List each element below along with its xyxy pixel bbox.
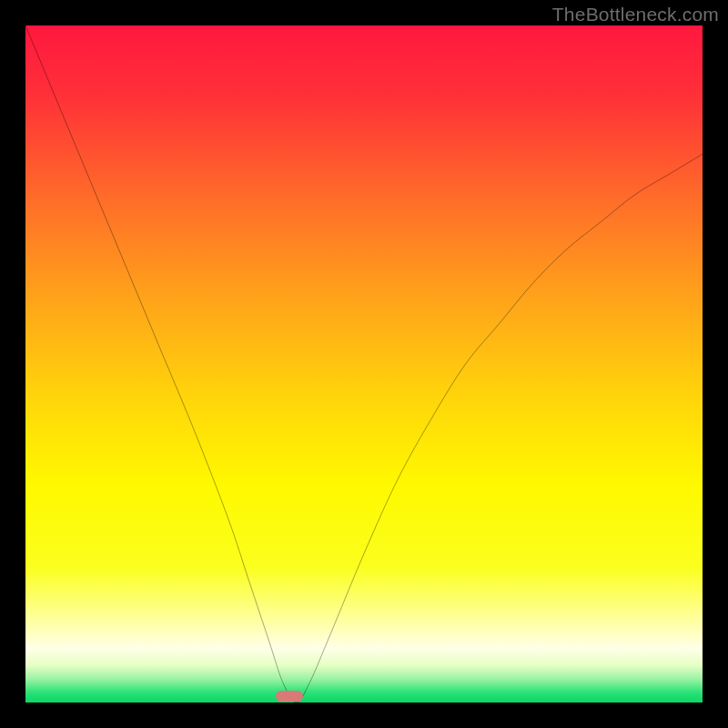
minimum-marker: [276, 691, 303, 702]
bottleneck-curve: [25, 25, 703, 703]
watermark-text: TheBottleneck.com: [552, 4, 719, 25]
plot-area: [25, 25, 703, 703]
chart-frame: TheBottleneck.com: [0, 0, 728, 728]
